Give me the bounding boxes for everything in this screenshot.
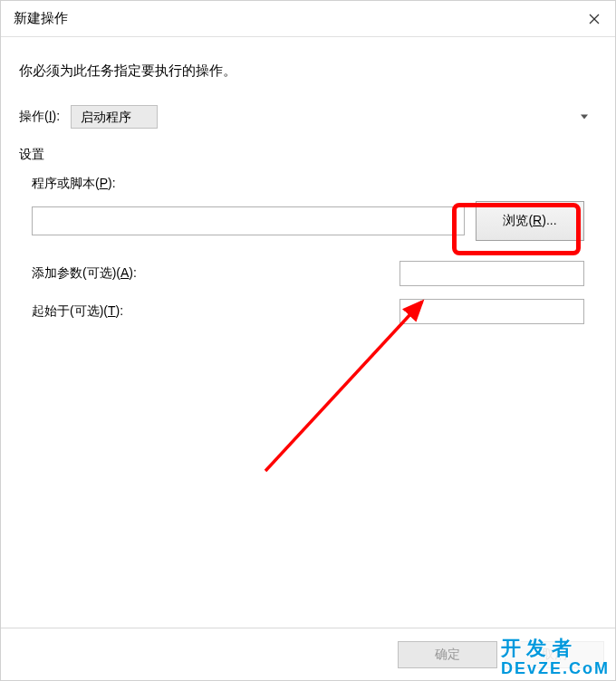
startin-row: 起始于(可选)(T):	[32, 299, 584, 324]
settings-inner: 程序或脚本(P): 浏览(R)... 添加参数(可选)(A): 起始于(可选)(…	[19, 158, 597, 346]
ok-button[interactable]: 确定	[398, 641, 497, 668]
dialog-title: 新建操作	[14, 10, 68, 27]
script-row: 浏览(R)...	[32, 201, 584, 241]
action-select-wrapper: 启动程序	[71, 105, 597, 129]
action-select[interactable]: 启动程序	[71, 105, 158, 129]
startin-label: 起始于(可选)(T):	[32, 303, 123, 320]
settings-group: 设置 程序或脚本(P): 浏览(R)... 添加参数(可选)(A): 起始于(可…	[19, 149, 597, 346]
close-icon	[589, 14, 600, 24]
args-label: 添加参数(可选)(A):	[32, 265, 137, 282]
action-row: 操作(I): 启动程序	[19, 105, 597, 129]
action-label: 操作(I):	[19, 109, 60, 125]
script-label: 程序或脚本(P):	[32, 176, 584, 192]
startin-input[interactable]	[399, 299, 584, 324]
new-action-dialog: 新建操作 你必须为此任务指定要执行的操作。 操作(I): 启动程序 设置 程序或…	[0, 0, 616, 681]
dialog-content: 你必须为此任务指定要执行的操作。 操作(I): 启动程序 设置 程序或脚本(P)…	[1, 37, 615, 628]
dialog-footer: 确定 取消 开发者 DEvZE.CoM	[1, 628, 615, 680]
cancel-button[interactable]: 取消	[505, 641, 604, 668]
title-bar: 新建操作	[1, 1, 615, 37]
args-row: 添加参数(可选)(A):	[32, 261, 584, 286]
args-input[interactable]	[399, 261, 584, 286]
browse-button[interactable]: 浏览(R)...	[476, 201, 584, 241]
close-button[interactable]	[573, 1, 615, 37]
settings-group-label: 设置	[19, 147, 50, 163]
instruction-text: 你必须为此任务指定要执行的操作。	[19, 62, 597, 80]
script-input[interactable]	[32, 206, 465, 235]
